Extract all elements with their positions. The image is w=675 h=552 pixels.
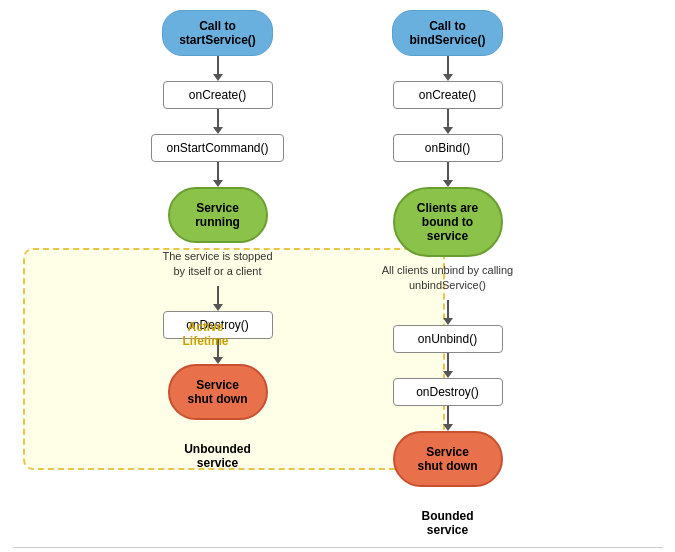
arrow4-left [213, 286, 223, 311]
onstartcommand-node: onStartCommand() [151, 134, 283, 162]
oncreate-left: onCreate() [163, 81, 273, 109]
arrow2-left [213, 109, 223, 134]
unbind-note: All clients unbind by calling unbindServ… [382, 257, 513, 300]
arrow1-left [213, 56, 223, 81]
left-column: Call to startService() onCreate() onStar… [128, 10, 308, 537]
bind-service-node: Call to bindService() [392, 10, 502, 56]
stop-note: The service is stopped by itself or a cl… [162, 243, 272, 286]
ondestroy-right: onDestroy() [393, 378, 503, 406]
arrow1-right [443, 56, 453, 81]
arrow3-left [213, 162, 223, 187]
oncreate-right: onCreate() [393, 81, 503, 109]
caption: Figure 2. The service lifecycle. The dia… [13, 547, 663, 552]
bounded-label: Bounded service [422, 495, 474, 537]
arrow5-right [443, 353, 453, 378]
service-shutdown-left: Service shut down [168, 364, 268, 420]
clients-bound-node: Clients are bound to service [393, 187, 503, 257]
right-column: Call to bindService() onCreate() onBind(… [348, 10, 548, 537]
arrow3-right [443, 162, 453, 187]
service-running-node: Service running [168, 187, 268, 243]
start-service-node: Call to startService() [162, 10, 273, 56]
arrow4-right [443, 300, 453, 325]
arrow2-right [443, 109, 453, 134]
active-lifetime-label: Active Lifetime [171, 320, 241, 348]
onbind-node: onBind() [393, 134, 503, 162]
onunbind-node: onUnbind() [393, 325, 503, 353]
diagram-wrapper: Active Lifetime Call to startService() o… [13, 10, 663, 552]
diagram-container: Call to startService() onCreate() onStar… [13, 10, 663, 537]
service-shutdown-right: Service shut down [393, 431, 503, 487]
arrow6-right [443, 406, 453, 431]
unbounded-label: Unbounded service [184, 428, 251, 470]
